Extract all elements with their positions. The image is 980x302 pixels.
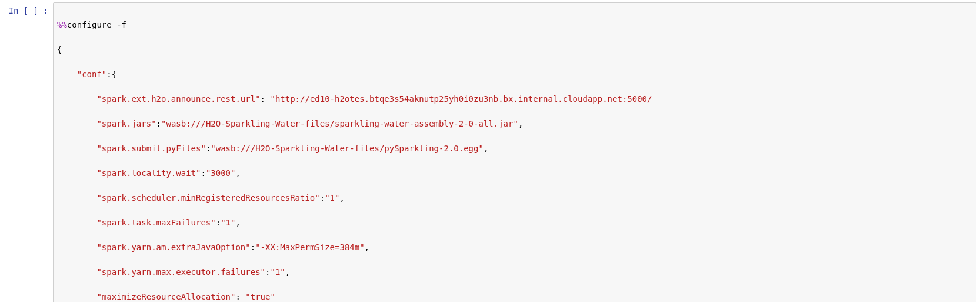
code-text: :	[251, 243, 255, 252]
code-text: :	[216, 218, 221, 227]
json-key: "conf"	[77, 69, 107, 79]
json-key: "spark.ext.h2o.announce.rest.url"	[96, 94, 260, 104]
code-text: ,	[365, 243, 369, 252]
indent	[57, 119, 96, 128]
code-input-area[interactable]: %%configure -f { "conf":{ "spark.ext.h2o…	[53, 2, 976, 302]
prompt-colon: :	[44, 6, 48, 15]
code-text: :{	[106, 69, 116, 79]
indent	[57, 193, 96, 203]
prompt-open-bracket: [	[24, 6, 28, 15]
code-text: :	[235, 292, 245, 301]
indent	[57, 243, 96, 252]
code-text: ,	[235, 218, 240, 227]
code-line[interactable]: "spark.task.maxFailures":"1",	[57, 217, 976, 229]
indent	[57, 218, 96, 227]
code-line[interactable]: "spark.jars":"wasb:///H2O-Sparkling-Wate…	[57, 118, 976, 130]
code-text: :	[320, 193, 325, 203]
code-line[interactable]: {	[57, 44, 976, 56]
code-text: ,	[484, 144, 488, 153]
json-key: "spark.jars"	[96, 119, 156, 128]
code-line[interactable]: "spark.ext.h2o.announce.rest.url": "http…	[57, 93, 976, 105]
json-key: "spark.yarn.max.executor.failures"	[96, 267, 265, 277]
json-value: "wasb:///H2O-Sparkling-Water-files/spark…	[161, 119, 518, 128]
json-key: "maximizeResourceAllocation"	[96, 292, 235, 301]
notebook-code-cell: In [ ] : %%configure -f { "conf":{ "spar…	[0, 0, 980, 302]
indent	[57, 69, 77, 79]
code-line[interactable]: "spark.locality.wait":"3000",	[57, 167, 976, 180]
code-line[interactable]: %%configure -f	[57, 19, 976, 31]
code-line[interactable]: "spark.yarn.max.executor.failures":"1",	[57, 266, 976, 278]
code-text: ,	[285, 267, 290, 277]
code-line[interactable]: "conf":{	[57, 68, 976, 81]
code-text: configure -f	[67, 20, 126, 29]
indent	[57, 267, 96, 277]
code-viewport[interactable]: %%configure -f { "conf":{ "spark.ext.h2o…	[54, 3, 976, 302]
json-value: "1"	[221, 218, 235, 227]
code-line[interactable]: "spark.submit.pyFiles":"wasb:///H2O-Spar…	[57, 142, 976, 155]
json-value: "wasb:///H2O-Sparkling-Water-files/pySpa…	[211, 144, 484, 153]
magic-token: %%	[57, 20, 67, 29]
json-key: "spark.locality.wait"	[96, 168, 201, 178]
code-text: :	[156, 119, 161, 128]
json-value: "1"	[270, 267, 285, 277]
json-value: "http://ed10-h2otes.btqe3s54aknutp25yh0i…	[270, 94, 652, 104]
json-value: "3000"	[206, 168, 236, 178]
code-line[interactable]: "maximizeResourceAllocation": "true"	[57, 291, 976, 302]
json-key: "spark.submit.pyFiles"	[96, 144, 205, 153]
code-text: :	[261, 94, 271, 104]
code-text: ,	[235, 168, 240, 178]
indent	[57, 168, 96, 178]
code-line[interactable]: "spark.scheduler.minRegisteredResourcesR…	[57, 192, 976, 204]
code-text: {	[57, 45, 62, 54]
prompt-close-bracket: ]	[34, 6, 38, 15]
indent	[57, 292, 96, 301]
code-line[interactable]: "spark.yarn.am.extraJavaOption":"-XX:Max…	[57, 241, 976, 254]
code-text: ,	[518, 119, 523, 128]
code-text: ,	[339, 193, 344, 203]
prompt-in-label: In	[9, 6, 19, 15]
json-key: "spark.task.maxFailures"	[96, 218, 215, 227]
json-key: "spark.yarn.am.extraJavaOption"	[96, 243, 250, 252]
json-value: "1"	[325, 193, 339, 203]
json-key: "spark.scheduler.minRegisteredResourcesR…	[96, 193, 319, 203]
code-text: :	[201, 168, 205, 178]
indent	[57, 144, 96, 153]
json-value: "-XX:MaxPermSize=384m"	[255, 243, 364, 252]
input-prompt: In [ ] :	[0, 2, 53, 17]
json-value: "true"	[245, 292, 275, 301]
indent	[57, 94, 96, 104]
